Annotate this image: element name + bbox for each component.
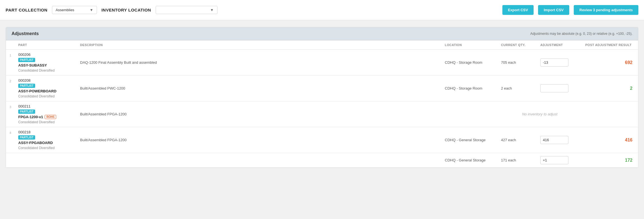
part-company-2: Consolidated Diversified [18, 94, 73, 98]
table-row: 1 000206 PARTLIST ASSY-SUBASSY Consolida… [6, 50, 638, 76]
table-row: 2 000208 PARTLIST ASSY-POWERBOARD Consol… [6, 76, 638, 101]
main-content: Adjustments Adjustments may be absolute … [0, 20, 644, 175]
row-number-3: 3 [6, 104, 15, 109]
desc-cell-3: Built/Assembled FPGA-1200 [77, 112, 441, 116]
adjustment-input-2[interactable] [540, 84, 568, 92]
adjustment-cell-4 [537, 136, 582, 144]
sub-row-adjustment-input[interactable] [540, 156, 568, 164]
table-row: 4 000218 PARTLIST ASSY-FPGABOARD Consoli… [6, 127, 638, 153]
table-header: Adjustments Adjustments may be absolute … [6, 27, 638, 40]
table-row: 3 000211 PARTLIST FPGA-1200-v1 ROHS Cons… [6, 101, 638, 127]
qty-cell-4: 427 each [498, 138, 537, 142]
adjustment-input-1[interactable] [540, 58, 568, 67]
part-cell-4: 000218 PARTLIST ASSY-FPGABOARD Consolida… [15, 130, 77, 150]
adjustment-cell-2 [537, 84, 582, 92]
part-name-4: ASSY-FPGABOARD [18, 141, 53, 145]
row-number-1: 1 [6, 53, 15, 57]
chevron-down-icon: ▼ [90, 8, 93, 12]
part-name-row-3: FPGA-1200-v1 ROHS [18, 115, 73, 119]
chevron-down-icon-2: ▼ [210, 8, 214, 12]
table-subtitle: Adjustments may be absolute (e.g. 0, 23)… [530, 32, 632, 36]
part-number-4: 000218 [18, 130, 73, 134]
part-company-3: Consolidated Diversified [18, 120, 73, 124]
top-bar: PART COLLECTION Assemblies ▼ INVENTORY L… [0, 0, 644, 20]
part-cell-2: 000208 PARTLIST ASSY-POWERBOARD Consolid… [15, 78, 77, 98]
table-title: Adjustments [12, 31, 39, 36]
row-number-4: 4 [6, 130, 15, 134]
qty-cell-1: 705 each [498, 60, 537, 65]
import-csv-button[interactable]: Import CSV [538, 5, 569, 15]
qty-cell-2: 2 each [498, 86, 537, 90]
desc-cell-2: Built/Assembled PWC-1200 [77, 86, 441, 90]
sub-row-qty: 171 each [498, 158, 537, 162]
partlist-badge-1: PARTLIST [18, 58, 35, 62]
adjustments-table: Adjustments Adjustments may be absolute … [6, 27, 638, 168]
part-name-row-2: ASSY-POWERBOARD [18, 89, 73, 93]
part-number-3: 000211 [18, 104, 73, 108]
table-sub-row: CDHQ - General Storage 171 each 172 [6, 153, 638, 168]
col-current-qty: CURRENT QTY. [498, 43, 537, 47]
review-pending-button[interactable]: Review 3 pending adjustments [574, 5, 638, 15]
part-cell-1: 000206 PARTLIST ASSY-SUBASSY Consolidate… [15, 53, 77, 72]
location-cell-4: CDHQ - General Storage [441, 138, 498, 142]
sub-row-post-adj: 172 [582, 158, 638, 163]
part-collection-value: Assemblies [56, 8, 74, 12]
part-name-1: ASSY-SUBASSY [18, 63, 47, 67]
part-name-2: ASSY-POWERBOARD [18, 89, 56, 93]
col-adjustment: ADJUSTMENT [537, 43, 582, 47]
rohs-badge-3: ROHS [45, 115, 56, 119]
part-number-2: 000208 [18, 78, 73, 83]
part-number-1: 000206 [18, 53, 73, 57]
part-company-1: Consolidated Diversified [18, 69, 73, 72]
col-num [6, 43, 15, 47]
adjustment-input-4[interactable] [540, 136, 568, 144]
no-inventory-cell-3: No inventory to adjust [441, 112, 638, 116]
location-cell-1: CDHQ - Storage Room [441, 60, 498, 65]
partlist-badge-4: PARTLIST [18, 135, 35, 140]
desc-cell-1: DAQ-1200 Final Assembly Built and assemb… [77, 60, 441, 65]
col-location: LOCATION [441, 43, 498, 47]
part-cell-3: 000211 PARTLIST FPGA-1200-v1 ROHS Consol… [15, 104, 77, 124]
partlist-badge-3: PARTLIST [18, 110, 35, 114]
part-collection-label: PART COLLECTION [6, 8, 47, 12]
adjustment-cell-1 [537, 58, 582, 67]
part-company-4: Consolidated Diversified [18, 146, 73, 150]
partlist-badge-2: PARTLIST [18, 84, 35, 88]
part-name-3: FPGA-1200-v1 [18, 115, 43, 119]
part-collection-dropdown[interactable]: Assemblies ▼ [52, 6, 97, 14]
part-name-row-1: ASSY-SUBASSY [18, 63, 73, 67]
inventory-location-dropdown[interactable]: ▼ [156, 6, 217, 14]
post-adj-cell-4: 416 [582, 138, 638, 143]
col-description: DESCRIPTION [77, 43, 441, 47]
post-adj-cell-1: 692 [582, 60, 638, 65]
desc-cell-4: Built/Assembled FPGA-1200 [77, 138, 441, 142]
location-cell-2: CDHQ - Storage Room [441, 86, 498, 90]
part-name-row-4: ASSY-FPGABOARD [18, 141, 73, 145]
column-headers: PART DESCRIPTION LOCATION CURRENT QTY. A… [6, 40, 638, 50]
col-part: PART [15, 43, 77, 47]
col-post-adjustment: POST ADJUSTMENT RESULT [582, 43, 638, 47]
sub-row-adjustment-cell [537, 156, 582, 164]
row-number-2: 2 [6, 78, 15, 83]
post-adj-cell-2: 2 [582, 86, 638, 91]
inventory-location-label: INVENTORY LOCATION [101, 8, 151, 12]
export-csv-button[interactable]: Export CSV [502, 5, 534, 15]
sub-row-location: CDHQ - General Storage [441, 158, 498, 162]
